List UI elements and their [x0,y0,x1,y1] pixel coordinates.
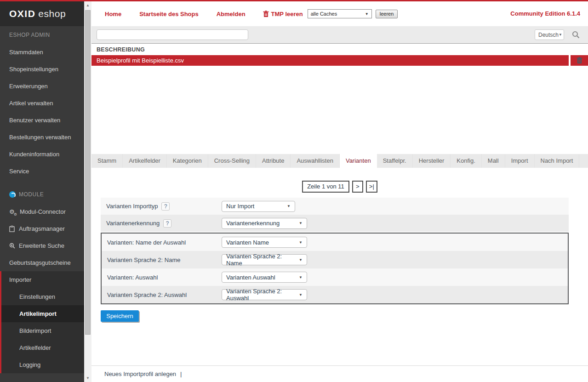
sprache2-name-label: Varianten Sprache 2: Name [107,257,222,263]
auswahl-select[interactable]: Varianten Auswahl ▼ [222,272,307,283]
variants-form: Varianten Importtyp ? Nur Import ▼ Varia… [101,198,569,304]
tab-konfig[interactable]: Konfig. [451,154,481,168]
sprache2-name-select[interactable]: Varianten Sprache 2: Name ▼ [222,254,307,265]
sidebar-item-bestellungen-verwalten[interactable]: Bestellungen verwalten [0,129,84,146]
cache-select-value: alle Caches [311,11,337,17]
sidebar-subitem-bilderimport[interactable]: Bilderimport [1,322,84,339]
sidebar-item-label: Erweiterte Suche [19,237,64,254]
tab-attribute[interactable]: Attribute [256,154,291,168]
sidebar-item-stammdaten[interactable]: Stammdaten [0,44,84,61]
tab-hersteller[interactable]: Hersteller [413,154,451,168]
variantenerkennung-label: Variantenerkennung [106,220,160,227]
chevron-down-icon: ▼ [293,221,303,225]
form-row-sprache2-auswahl: Varianten Sprache 2: Auswahl Varianten S… [102,286,568,303]
clear-cache-button[interactable]: leeren [376,10,398,18]
sidebar: OXID eshop ESHOP ADMIN Stammdaten Shopei… [0,1,84,382]
sidebar-importer-section: Importer Einstellungen Artikelimport Bil… [0,271,84,373]
help-icon[interactable]: ? [161,202,170,211]
tmp-clear-link[interactable]: TMP leeren [263,11,303,17]
edition-label: Community Edition 6.1.4 [510,10,580,17]
sidebar-item-modul-connector[interactable]: ⚙⚙ Modul-Connector [0,203,84,220]
sidebar-subitem-artikelfelder[interactable]: Artikelfelder [1,339,84,356]
auswahl-label: Varianten: Auswahl [107,274,222,281]
tab-staffelpr[interactable]: Staffelpr. [377,154,413,168]
sidebar-item-benutzer-verwalten[interactable]: Benutzer verwalten [0,112,84,129]
nav-logout-link[interactable]: Abmelden [217,11,245,17]
table-row: Beispielprofil mit Beispielliste.csv [91,55,588,66]
tab-auswahllisten[interactable]: Auswahllisten [291,154,340,168]
trash-icon [263,11,269,17]
oxid-logo[interactable]: OXID eshop [0,1,84,26]
sidebar-item-importer[interactable]: Importer [1,271,84,288]
footer-bar: Neues Importprofil anlegen | [91,365,588,382]
tab-import[interactable]: Import [505,154,535,168]
tab-artikelfelder[interactable]: Artikelfelder [123,154,167,168]
logo-brand-bold: OXID [9,8,35,19]
sidebar-header-eshop-admin: ESHOP ADMIN [0,26,84,44]
sidebar-subitem-einstellungen[interactable]: Einstellungen [1,288,84,305]
sidebar-item-erweiterungen[interactable]: Erweiterungen [0,78,84,95]
sidebar-item-geburtstagsgutscheine[interactable]: Geburtstagsgutscheine [0,254,84,271]
variantenerkennung-select-value: Variantenerkennung [226,220,280,227]
list-column-header: BESCHREIBUNG [91,44,588,55]
variantenerkennung-select[interactable]: Variantenerkennung ▼ [222,218,307,229]
nav-home-link[interactable]: Home [105,11,121,17]
variants-field-group: Varianten: Name der Auswahl Varianten Na… [101,233,569,304]
language-select[interactable]: Deutsch ▼ [535,29,564,40]
importtyp-select-value: Nur Import [226,203,254,210]
chevron-down-icon: ▼ [365,12,369,16]
pagination: Zeile 1 von 11 > >| [91,181,588,193]
chevron-down-icon: ▼ [293,258,303,262]
delete-profile-button[interactable] [571,55,588,66]
scrollbar-up-arrow[interactable]: ▲ [84,3,91,7]
search-toolbar: Deutsch ▼ [91,26,588,44]
form-row-auswahl: Varianten: Auswahl Varianten Auswahl ▼ [102,268,568,286]
profile-row-selected[interactable]: Beispielprofil mit Beispielliste.csv [91,55,569,66]
sidebar-item-auftragsmanager[interactable]: Auftragsmanager [0,220,84,237]
pagination-last-button[interactable]: >| [366,181,377,193]
logo-brand-light: eshop [38,8,66,19]
tab-stamm[interactable]: Stamm [91,154,123,168]
search-icon[interactable] [572,31,580,39]
main-content: Home Startseite des Shops Abmelden TMP l… [91,1,588,382]
form-row-name-der-auswahl: Varianten: Name der Auswahl Varianten Na… [102,234,568,251]
sprache2-auswahl-select[interactable]: Varianten Sprache 2: Auswahl ▼ [222,289,307,300]
chevron-down-icon: ▼ [281,204,291,208]
vertical-scrollbar[interactable]: ▲ ▼ [84,1,91,382]
tab-cross-selling[interactable]: Cross-Selling [208,154,256,168]
chevron-down-icon: ▼ [293,293,303,297]
new-import-profile-link[interactable]: Neues Importprofil anlegen [104,371,176,377]
sidebar-item-service[interactable]: Service [0,163,84,180]
name-der-auswahl-select-value: Varianten Name [226,239,269,246]
tab-kategorien[interactable]: Kategorien [167,154,208,168]
sprache2-name-select-value: Varianten Sprache 2: Name [226,253,293,267]
sidebar-item-shopeinstellungen[interactable]: Shopeinstellungen [0,61,84,78]
sidebar-item-kundeninformation[interactable]: Kundeninformation [0,146,84,163]
sidebar-item-label: Modul-Connector [20,203,66,220]
form-row-variantenerkennung: Variantenerkennung ? Variantenerkennung … [101,215,569,232]
nav-shop-start-link[interactable]: Startseite des Shops [139,11,199,17]
importtyp-select[interactable]: Nur Import ▼ [222,201,295,212]
search-input[interactable] [97,29,248,40]
tab-nach-import[interactable]: Nach Import [535,154,580,168]
pagination-status: Zeile 1 von 11 [302,181,349,193]
chevron-down-icon: ▼ [293,240,303,245]
scrollbar-thumb[interactable] [85,10,91,335]
save-button[interactable]: Speichern [101,310,139,322]
gears-icon: ⚙⚙ [9,203,17,220]
sidebar-item-artikel-verwalten[interactable]: Artikel verwalten [0,95,84,112]
sidebar-item-erweiterte-suche[interactable]: Erweiterte Suche [0,237,84,254]
pagination-next-button[interactable]: > [352,181,363,193]
name-der-auswahl-label: Varianten: Name der Auswahl [107,239,222,246]
search-plus-icon [9,243,16,249]
chevron-down-icon: ▼ [559,33,562,37]
sidebar-subitem-logging[interactable]: Logging [1,356,84,373]
help-icon[interactable]: ? [163,219,171,228]
module-logo-icon [9,191,16,198]
name-der-auswahl-select[interactable]: Varianten Name ▼ [222,237,307,248]
sidebar-subitem-artikelimport[interactable]: Artikelimport [1,305,84,322]
tab-varianten[interactable]: Varianten [340,154,377,168]
tab-mall[interactable]: Mall [482,154,505,168]
cache-select[interactable]: alle Caches ▼ [308,9,372,18]
scrollbar-down-arrow[interactable]: ▼ [84,376,91,380]
